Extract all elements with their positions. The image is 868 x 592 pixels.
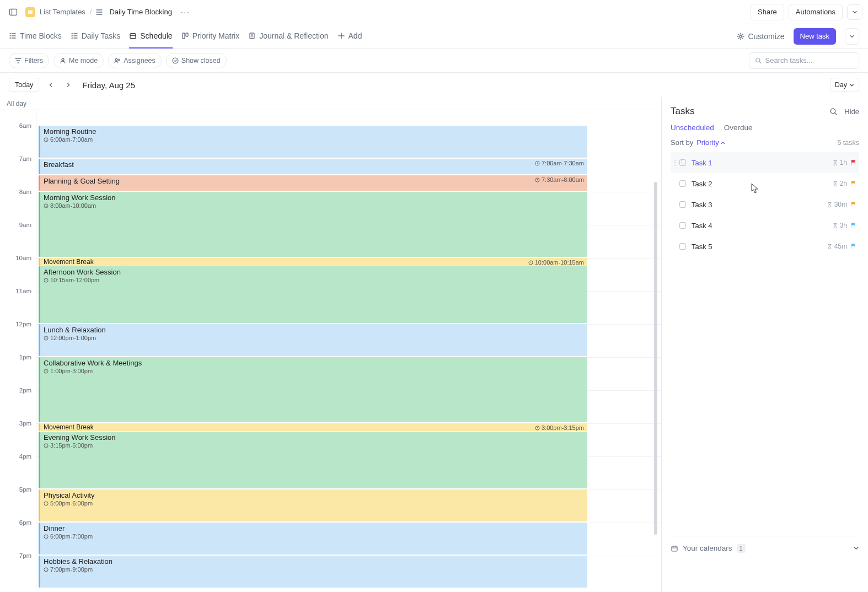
scrollbar[interactable] (653, 110, 658, 592)
customize-label: Customize (748, 32, 784, 41)
task-checkbox[interactable] (679, 243, 686, 250)
hour-label: 12pm (15, 321, 31, 327)
scrollbar-thumb[interactable] (654, 182, 657, 535)
view-tab-daily-tasks[interactable]: Daily Tasks (71, 24, 121, 49)
doc-icon (248, 32, 256, 40)
priority-flag-icon (850, 159, 857, 166)
calendar-event[interactable]: Afternoon Work Session 10:15am-12:00pm (39, 266, 587, 323)
add-view-button[interactable]: Add (337, 24, 362, 49)
allday-row: All day (0, 97, 661, 110)
gear-icon (737, 33, 744, 40)
view-tab-label: Schedule (140, 31, 172, 40)
calendar-event[interactable]: Hobbies & Relaxation 7:00pm-9:00pm (39, 556, 587, 588)
calendar-event[interactable]: Morning Routine 6:00am-7:00am (39, 126, 587, 158)
me-mode-button[interactable]: Me mode (53, 53, 104, 68)
share-button[interactable]: Share (751, 4, 784, 20)
event-time: 12:00pm-1:00pm (44, 335, 583, 341)
task-duration: 3h (832, 222, 847, 229)
event-time: 6:00pm-7:00pm (44, 533, 583, 540)
calendar-event[interactable]: Movement Break 3:00pm-3:15pm (39, 423, 587, 431)
task-row[interactable]: ⋮⋮ Task 2 2h (671, 173, 859, 194)
drag-handle-icon[interactable]: ⋮⋮ (672, 159, 677, 166)
tasks-panel: Tasks Hide Unscheduled Overdue Sort by P… (662, 97, 868, 592)
calendar-event[interactable]: Breakfast 7:00am-7:30am (39, 159, 587, 174)
search-input[interactable] (765, 56, 853, 64)
list-icon (96, 9, 103, 15)
hour-label: 5pm (19, 486, 31, 493)
search-icon[interactable] (829, 107, 838, 116)
event-time: 8:00am-10:00am (44, 202, 583, 209)
task-checkbox[interactable] (679, 159, 686, 166)
hour-label: 6pm (19, 519, 31, 526)
new-task-dropdown-icon[interactable] (845, 28, 859, 45)
event-time: 5:00pm-6:00pm (44, 500, 583, 507)
search-icon (755, 57, 762, 64)
show-closed-button[interactable]: Show closed (166, 53, 227, 68)
view-tab-priority-matrix[interactable]: Priority Matrix (181, 24, 240, 49)
calendar[interactable]: All day 6am7am8am9am10am11am12pm1pm2pm3p… (0, 97, 662, 592)
hour-label: 8am (19, 189, 31, 195)
priority-flag-icon (850, 180, 857, 187)
calendar-event[interactable]: Physical Activity 5:00pm-6:00pm (39, 489, 587, 521)
next-day-button[interactable] (62, 79, 74, 91)
filter-icon (15, 57, 22, 64)
calendar-event[interactable]: Planning & Goal Setting 7:30am-8:00am (39, 175, 587, 191)
hour-label: 9am (19, 222, 31, 228)
cursor-icon (750, 183, 760, 195)
svg-point-8 (62, 58, 64, 61)
hide-button[interactable]: Hide (844, 107, 859, 116)
hour-label: 10am (15, 255, 31, 261)
breadcrumb-parent[interactable]: List Templates (40, 8, 85, 16)
view-tab-time-blocks[interactable]: Time Blocks (9, 24, 62, 49)
svg-rect-5 (186, 33, 188, 36)
task-name: Task 1 (692, 159, 832, 167)
svg-point-10 (118, 59, 120, 61)
search-input-container[interactable] (749, 52, 859, 69)
task-checkbox[interactable] (679, 201, 686, 208)
task-checkbox[interactable] (679, 222, 686, 229)
calendars-count-badge: 1 (737, 544, 746, 553)
sort-by-dropdown[interactable]: Priority (696, 138, 725, 147)
svg-rect-2 (28, 10, 33, 14)
task-checkbox[interactable] (679, 180, 686, 187)
calendar-event[interactable]: Evening Work Session 3:15pm-5:00pm (39, 432, 587, 488)
your-calendars-row[interactable]: Your calendars 1 (671, 536, 859, 560)
today-button[interactable]: Today (9, 78, 39, 92)
new-task-button[interactable]: New task (794, 28, 836, 45)
filters-button[interactable]: Filters (9, 53, 49, 68)
view-mode-dropdown[interactable]: Day (830, 78, 859, 92)
task-duration: 2h (832, 180, 847, 187)
event-title: Physical Activity (44, 491, 583, 499)
view-tab-label: Time Blocks (20, 31, 62, 40)
breadcrumb-title[interactable]: Daily Time Blocking (109, 8, 172, 16)
event-title: Breakfast (44, 160, 74, 169)
view-tab-journal-reflection[interactable]: Journal & Reflection (248, 24, 328, 49)
event-title: Morning Work Session (44, 193, 583, 202)
task-row[interactable]: ⋮⋮ Task 5 45m (671, 236, 859, 257)
automations-dropdown-icon[interactable] (847, 4, 862, 20)
hour-label: 3pm (19, 420, 31, 427)
tab-unscheduled[interactable]: Unscheduled (671, 123, 714, 132)
calendar-event[interactable]: Lunch & Relaxation 12:00pm-1:00pm (39, 324, 587, 356)
sidebar-toggle-icon[interactable] (6, 4, 21, 20)
task-row[interactable]: ⋮⋮ Task 3 30m (671, 194, 859, 215)
task-name: Task 5 (692, 243, 827, 251)
task-row[interactable]: ⋮⋮ Task 4 3h (671, 215, 859, 236)
automations-button[interactable]: Automations (789, 4, 843, 20)
task-row[interactable]: ⋮⋮ Task 1 1h (671, 152, 859, 173)
tab-overdue[interactable]: Overdue (724, 123, 753, 132)
view-tab-schedule[interactable]: Schedule (129, 24, 172, 49)
svg-rect-27 (672, 546, 677, 551)
folder-icon (25, 7, 35, 17)
calendar-event[interactable]: Collaborative Work & Meetings 1:00pm-3:0… (39, 357, 587, 422)
prev-day-button[interactable] (45, 79, 57, 91)
calendar-event[interactable]: Movement Break 10:00am-10:15am (39, 258, 587, 266)
event-title: Movement Break (44, 258, 94, 266)
calendar-icon (671, 545, 678, 552)
calendar-event[interactable]: Dinner 6:00pm-7:00pm (39, 523, 587, 555)
assignees-button[interactable]: Assignees (108, 53, 162, 68)
event-title: Planning & Goal Setting (44, 177, 120, 185)
customize-button[interactable]: Customize (737, 32, 784, 41)
calendar-event[interactable]: Morning Work Session 8:00am-10:00am (39, 192, 587, 257)
more-icon[interactable]: ··· (181, 8, 190, 16)
